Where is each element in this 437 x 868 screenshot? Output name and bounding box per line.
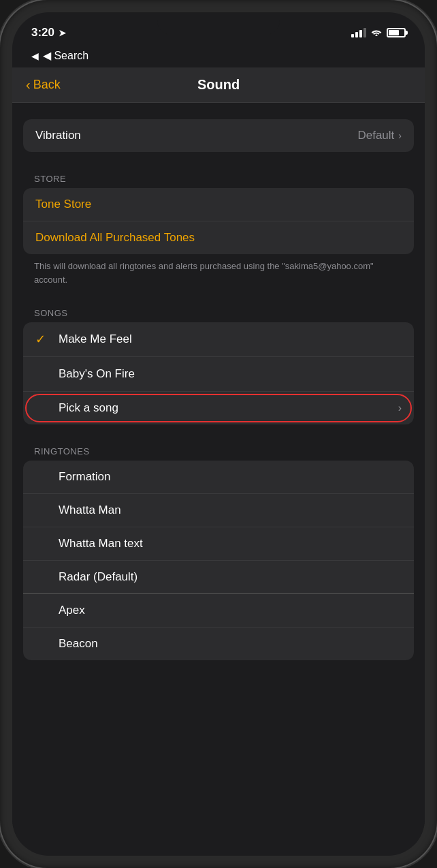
vibration-row[interactable]: Vibration Default › [23, 119, 414, 152]
song-row-babys-on-fire[interactable]: ✓ Baby's On Fire [23, 357, 414, 392]
ringtone-row-formation[interactable]: Formation [23, 461, 414, 494]
ringtone-label-apex: Apex [59, 604, 85, 617]
store-group: Tone Store Download All Purchased Tones [23, 188, 414, 254]
wifi-icon [371, 27, 382, 38]
status-time: 3:20 ➤ [31, 26, 66, 40]
ringtone-row-radar[interactable]: Radar (Default) [23, 561, 414, 594]
store-section-header: STORE [12, 168, 425, 188]
download-tones-label: Download All Purchased Tones [35, 231, 195, 245]
notch [157, 12, 280, 35]
pick-song-chevron-icon: › [398, 402, 402, 414]
song-label-make-me-feel: Make Me Feel [59, 332, 402, 346]
song-label-babys-on-fire: Baby's On Fire [59, 367, 402, 381]
status-right [351, 27, 406, 38]
download-tones-row[interactable]: Download All Purchased Tones [23, 221, 414, 254]
ringtones-section-header: RINGTONES [12, 441, 425, 461]
songs-group: ✓ Make Me Feel ✓ Baby's On Fire Pick a s… [23, 322, 414, 424]
ringtone-label-whatta-man: Whatta Man [59, 503, 121, 517]
search-back-bar[interactable]: ◀ ◀ Search [12, 48, 425, 67]
signal-bars-icon [351, 28, 366, 37]
back-label[interactable]: Back [33, 78, 61, 92]
pick-song-row[interactable]: Pick a song › [23, 392, 414, 424]
page-title: Sound [197, 77, 240, 93]
tone-store-row[interactable]: Tone Store [23, 188, 414, 221]
gap-top [12, 103, 425, 119]
ringtone-row-whatta-man[interactable]: Whatta Man [23, 494, 414, 527]
phone-screen: 3:20 ➤ ◀ [12, 12, 425, 856]
ringtone-row-beacon[interactable]: Beacon [23, 627, 414, 660]
search-label[interactable]: ◀ Search [43, 49, 88, 62]
vibration-group: Vibration Default › [23, 119, 414, 152]
gap-store [12, 152, 425, 168]
ringtone-label-formation: Formation [59, 470, 111, 484]
tone-store-label: Tone Store [35, 198, 91, 211]
content-area: Vibration Default › STORE Tone Store Dow… [12, 103, 425, 846]
pick-song-label: Pick a song [59, 401, 118, 415]
ringtone-row-apex[interactable]: Apex [23, 594, 414, 627]
back-chevron-icon: ‹ [26, 77, 31, 93]
ringtone-label-radar: Radar (Default) [59, 570, 137, 584]
song-row-make-me-feel[interactable]: ✓ Make Me Feel [23, 322, 414, 357]
back-button[interactable]: ‹ Back [26, 77, 61, 93]
store-description: This will download all ringtones and ale… [12, 254, 425, 286]
songs-section-header: SONGS [12, 303, 425, 322]
checkmark-icon: ✓ [35, 332, 49, 347]
location-icon: ➤ [59, 28, 66, 38]
gap-songs [12, 286, 425, 303]
gap-ringtones [12, 424, 425, 441]
vibration-value: Default › [357, 129, 402, 142]
chevron-right-icon: › [398, 130, 402, 141]
ringtone-row-whatta-man-text[interactable]: Whatta Man text [23, 527, 414, 561]
battery-icon [387, 28, 406, 37]
battery-fill [389, 30, 399, 35]
ringtones-group: Formation Whatta Man Whatta Man text Rad… [23, 461, 414, 660]
ringtone-label-beacon: Beacon [59, 637, 98, 651]
ringtone-label-whatta-man-text: Whatta Man text [59, 537, 143, 551]
back-arrow-icon: ◀ [31, 50, 39, 61]
nav-header: ‹ Back Sound [12, 67, 425, 103]
phone-frame: 3:20 ➤ ◀ [0, 0, 437, 868]
vibration-label: Vibration [35, 129, 81, 142]
